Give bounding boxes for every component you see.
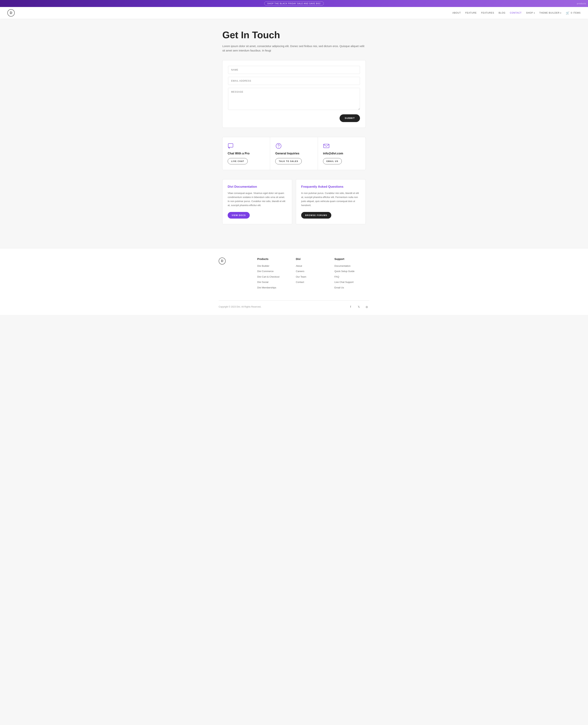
footer-about[interactable]: About <box>296 264 331 268</box>
footer-copyright: Copyright © 2023 Divi. All Rights Reserv… <box>219 306 261 308</box>
live-chat-button[interactable]: LIVE CHAT <box>228 158 248 164</box>
facebook-icon[interactable]: f <box>348 304 353 309</box>
name-input[interactable] <box>228 66 360 74</box>
email-icon <box>323 143 330 149</box>
nav-shop[interactable]: SHOP ▾ <box>526 12 535 14</box>
footer-divi-builder[interactable]: Divi Builder <box>257 264 292 268</box>
faq-text: In non pulvinar purus. Curabitur nisi od… <box>301 191 360 207</box>
logo[interactable]: D <box>7 9 15 17</box>
svg-rect-3 <box>323 144 329 148</box>
form-submit-area: SUBMIT <box>228 114 360 122</box>
cart[interactable]: 🛒 0 ITEMS <box>566 11 581 15</box>
footer-faq[interactable]: FAQ <box>334 275 369 279</box>
footer-our-team[interactable]: Our Team <box>296 275 331 279</box>
message-input[interactable] <box>228 88 360 110</box>
twitter-x-icon[interactable]: 𝕏 <box>356 304 361 309</box>
main-nav: ABOUT FEATURE FEATURES BLOG CONTACT SHOP… <box>453 11 581 15</box>
doc-cards: Divi Documentation Vitae consequat augue… <box>222 179 366 224</box>
footer-divi-commerce[interactable]: Divi Commerce <box>257 269 292 273</box>
footer-live-chat[interactable]: Live Chat Support <box>334 280 369 284</box>
view-docs-button[interactable]: VIEW DOCS <box>228 212 250 219</box>
message-field <box>228 88 360 111</box>
footer-top: D Products Divi Builder Divi Commerce Di… <box>219 257 369 291</box>
footer-careers[interactable]: Careers <box>296 269 331 273</box>
footer-divi-memberships[interactable]: Divi Memberships <box>257 286 292 290</box>
submit-button[interactable]: SUBMIT <box>340 114 360 122</box>
footer-logo-col: D <box>219 257 254 291</box>
footer-content: D Products Divi Builder Divi Commerce Di… <box>219 257 369 310</box>
footer-quick-setup[interactable]: Quick Setup Guide <box>334 269 369 273</box>
contact-form: SUBMIT <box>222 60 366 128</box>
contact-cards: Chat With a Pro LIVE CHAT General Inquir… <box>222 137 366 170</box>
cart-count: 0 ITEMS <box>571 12 581 14</box>
instagram-icon[interactable]: ◎ <box>364 304 369 309</box>
footer-divi-cart[interactable]: Divi Cart & Checkout <box>257 275 292 279</box>
nav-about[interactable]: ABOUT <box>453 12 461 14</box>
divi-docs-card: Divi Documentation Vitae consequat augue… <box>222 179 292 224</box>
chat-card-title: Chat With a Pro <box>228 152 265 155</box>
footer-products-title: Products <box>257 257 292 261</box>
footer-logo[interactable]: D <box>219 257 226 265</box>
products-corner: products <box>577 2 586 5</box>
nav-feature[interactable]: FEATURE <box>465 12 477 14</box>
chevron-down-icon: ▾ <box>560 12 561 14</box>
main-content: Get In Touch Lorem ipsum dolor sit amet,… <box>219 19 369 248</box>
email-field <box>228 77 360 85</box>
footer-contact[interactable]: Contact <box>296 280 331 284</box>
faq-card: Frequently Asked Questions In non pulvin… <box>296 179 366 224</box>
question-icon <box>275 143 282 149</box>
banner-link[interactable]: SHOP THE BLACK FRIDAY SALE AND SAVE BIG! <box>264 1 324 5</box>
inquiries-card: General Inquiries TALK TO SALES <box>270 137 318 170</box>
chat-icon <box>228 143 234 149</box>
footer-bottom: Copyright © 2023 Divi. All Rights Reserv… <box>219 301 369 309</box>
svg-point-2 <box>278 147 279 148</box>
divi-docs-title: Divi Documentation <box>228 185 287 189</box>
nav-contact[interactable]: CONTACT <box>510 12 522 14</box>
faq-title: Frequently Asked Questions <box>301 185 360 189</box>
footer-support-title: Support <box>334 257 369 261</box>
footer-divi-social[interactable]: Divi Social <box>257 280 292 284</box>
nav-features[interactable]: FEATURES <box>481 12 494 14</box>
svg-rect-0 <box>228 144 233 147</box>
name-field <box>228 66 360 74</box>
email-input[interactable] <box>228 77 360 85</box>
page-description: Lorem ipsum dolor sit amet, consectetur … <box>222 44 366 53</box>
footer-social: f 𝕏 ◎ <box>348 304 369 309</box>
talk-to-sales-button[interactable]: TALK TO SALES <box>275 158 302 164</box>
nav-blog[interactable]: BLOG <box>499 12 505 14</box>
footer-support-col: Support Documentation Quick Setup Guide … <box>334 257 369 291</box>
top-banner: SHOP THE BLACK FRIDAY SALE AND SAVE BIG!… <box>0 0 588 7</box>
chat-card: Chat With a Pro LIVE CHAT <box>223 137 270 170</box>
nav-theme-builder[interactable]: THEME BUILDER ▾ <box>539 12 561 14</box>
page-title: Get In Touch <box>222 30 366 40</box>
footer-products-col: Products Divi Builder Divi Commerce Divi… <box>257 257 292 291</box>
divi-docs-text: Vitae consequat augue. Vivamus eget dolo… <box>228 191 287 207</box>
cart-icon: 🛒 <box>566 11 570 15</box>
footer-divi-title: Divi <box>296 257 331 261</box>
email-card: info@divi.com EMAIL US <box>318 137 365 170</box>
footer-email-us[interactable]: Email Us <box>334 286 369 290</box>
header: D ABOUT FEATURE FEATURES BLOG CONTACT SH… <box>0 7 588 19</box>
footer-documentation[interactable]: Documentation <box>334 264 369 268</box>
footer: D Products Divi Builder Divi Commerce Di… <box>0 248 588 315</box>
inquiries-card-title: General Inquiries <box>275 152 312 155</box>
browse-forums-button[interactable]: BROWSE FORUMS <box>301 212 331 219</box>
footer-divi-col: Divi About Careers Our Team Contact <box>296 257 331 291</box>
chevron-down-icon: ▾ <box>534 12 535 14</box>
email-card-title: info@divi.com <box>323 152 360 155</box>
email-us-button[interactable]: EMAIL US <box>323 158 342 164</box>
